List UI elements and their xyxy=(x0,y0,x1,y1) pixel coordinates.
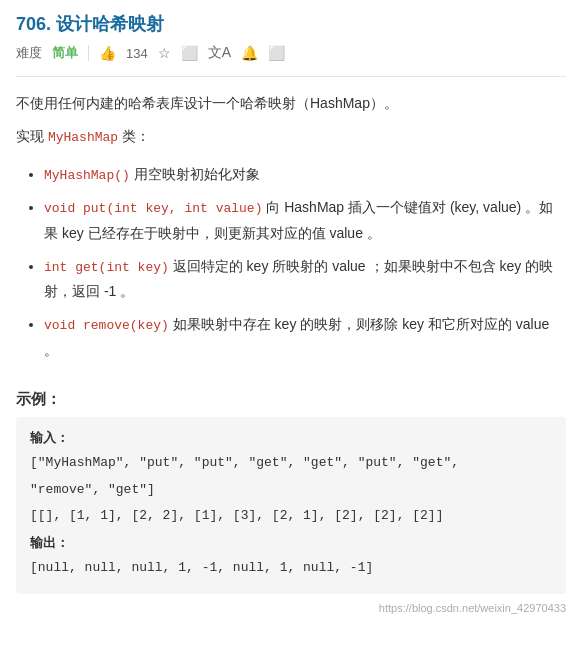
difficulty-label: 难度 xyxy=(16,44,42,62)
example-output-label: 输出： xyxy=(30,532,552,555)
example-input-line2: "remove", "get"] xyxy=(30,479,552,502)
description-block: 不使用任何内建的哈希表库设计一个哈希映射（HashMap）。 实现 MyHash… xyxy=(16,91,566,150)
page-title: 706. 设计哈希映射 xyxy=(16,14,164,34)
list-item: int get(int key) 返回特定的 key 所映射的 value ；如… xyxy=(44,254,566,304)
list-item: MyHashMap() 用空映射初始化对象 xyxy=(44,162,566,188)
list-item: void put(int key, int value) 向 HashMap 插… xyxy=(44,195,566,245)
example-input-line3: [[], [1, 1], [2, 2], [1], [3], [2, 1], [… xyxy=(30,505,552,528)
example-input-line1: ["MyHashMap", "put", "put", "get", "get"… xyxy=(30,452,552,475)
list-item: void remove(key) 如果映射中存在 key 的映射，则移除 key… xyxy=(44,312,566,362)
thumb-count: 134 xyxy=(126,46,148,61)
bullet-list: MyHashMap() 用空映射初始化对象 void put(int key, … xyxy=(16,162,566,363)
translate-icon[interactable]: 文A xyxy=(208,44,231,62)
bullet-text-1: 用空映射初始化对象 xyxy=(134,166,260,182)
example-title: 示例： xyxy=(16,390,566,409)
example-box: 输入： ["MyHashMap", "put", "put", "get", "… xyxy=(16,417,566,594)
toolbar-separator xyxy=(88,45,89,61)
example-input-label: 输入： xyxy=(30,427,552,450)
star-icon[interactable]: ☆ xyxy=(158,45,171,61)
difficulty-badge: 简单 xyxy=(52,44,78,62)
bell-icon[interactable]: 🔔 xyxy=(241,45,258,61)
toolbar: 难度 简单 👍 134 ☆ ⬜ 文A 🔔 ⬜ xyxy=(16,44,566,62)
example-output-line1: [null, null, null, 1, -1, null, 1, null,… xyxy=(30,557,552,580)
title-row: 706. 设计哈希映射 xyxy=(16,12,566,36)
divider xyxy=(16,76,566,77)
thumbup-icon[interactable]: 👍 xyxy=(99,45,116,61)
description-impl: 实现 MyHashMap 类： xyxy=(16,124,566,149)
share-icon[interactable]: ⬜ xyxy=(181,45,198,61)
description-intro: 不使用任何内建的哈希表库设计一个哈希映射（HashMap）。 xyxy=(16,91,566,116)
save-icon[interactable]: ⬜ xyxy=(268,45,285,61)
watermark: https://blog.csdn.net/weixin_42970433 xyxy=(16,602,566,614)
